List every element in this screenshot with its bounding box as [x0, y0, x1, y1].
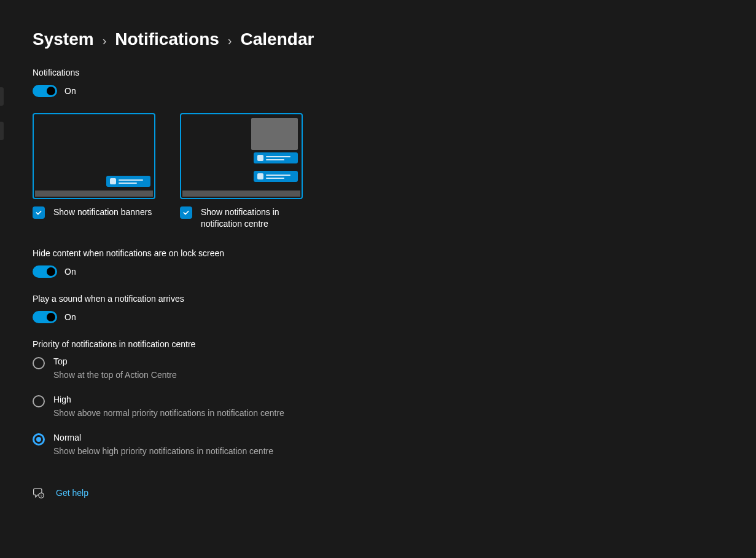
- check-icon: [182, 209, 190, 216]
- priority-label: Priority of notifications in notificatio…: [33, 339, 553, 349]
- notifications-toggle[interactable]: [33, 85, 57, 97]
- breadcrumb-system[interactable]: System: [33, 29, 94, 49]
- show-centre-checkbox[interactable]: [180, 206, 192, 219]
- priority-high[interactable]: High Show above normal priority notifica…: [33, 395, 553, 418]
- help-icon: ?: [33, 487, 45, 499]
- priority-top-title: Top: [53, 356, 177, 366]
- priority-top[interactable]: Top Show at the top of Action Centre: [33, 356, 553, 380]
- hide-content-toggle[interactable]: [33, 265, 57, 278]
- breadcrumb: System › Notifications › Calendar: [33, 29, 553, 49]
- preview-row: Show notification banners: [33, 113, 553, 230]
- priority-high-desc: Show above normal priority notifications…: [53, 408, 284, 418]
- check-icon: [35, 209, 42, 216]
- hide-content-state: On: [64, 267, 76, 277]
- breadcrumb-notifications[interactable]: Notifications: [115, 29, 219, 49]
- priority-normal-desc: Show below high priority notifications i…: [53, 446, 273, 456]
- radio-selected-icon: [33, 433, 45, 446]
- priority-top-desc: Show at the top of Action Centre: [53, 370, 177, 380]
- priority-normal[interactable]: Normal Show below high priority notifica…: [33, 433, 553, 456]
- play-sound-toggle[interactable]: [33, 311, 57, 323]
- banner-preview[interactable]: [33, 113, 155, 199]
- sidebar-stub: [0, 122, 4, 140]
- show-banners-checkbox[interactable]: [33, 206, 45, 219]
- priority-normal-title: Normal: [53, 433, 273, 442]
- notifications-label: Notifications: [33, 68, 553, 77]
- play-sound-state: On: [64, 312, 76, 322]
- priority-high-title: High: [53, 395, 284, 404]
- centre-preview[interactable]: [180, 113, 303, 199]
- show-banners-label: Show notification banners: [53, 206, 152, 218]
- show-centre-label: Show notifications in notification centr…: [201, 206, 293, 230]
- sidebar-stub: [0, 87, 4, 106]
- hide-content-label: Hide content when notifications are on l…: [33, 248, 553, 258]
- chevron-right-icon: ›: [228, 34, 232, 48]
- breadcrumb-calendar: Calendar: [241, 29, 314, 49]
- settings-content: System › Notifications › Calendar Notifi…: [0, 0, 553, 499]
- notifications-toggle-state: On: [64, 86, 76, 96]
- radio-icon: [33, 395, 45, 407]
- chevron-right-icon: ›: [103, 34, 107, 48]
- play-sound-label: Play a sound when a notification arrives: [33, 294, 553, 304]
- radio-icon: [33, 357, 45, 369]
- get-help-link[interactable]: Get help: [56, 488, 88, 498]
